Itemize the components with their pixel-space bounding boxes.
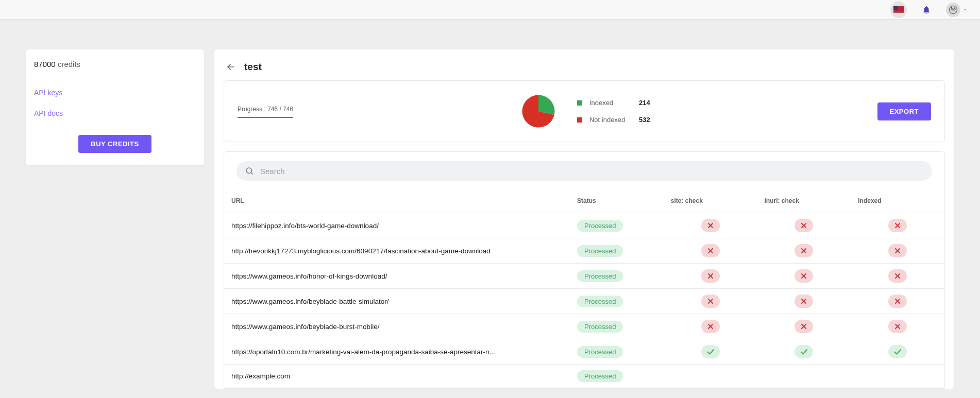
legend-swatch [577, 100, 582, 106]
table-row: https://www.gameos.info/honor-of-kings-d… [224, 264, 944, 289]
col-header-inurl-check[interactable]: inurl: check [757, 186, 851, 213]
credits-label: credits [58, 60, 80, 68]
cell-site-check [664, 213, 757, 238]
legend-row: Not indexed532 [577, 116, 650, 124]
cell-indexed [851, 365, 944, 388]
cell-inurl-check [757, 264, 851, 289]
x-icon [888, 269, 907, 283]
chart-legend: Indexed214Not indexed532 [577, 99, 650, 124]
cell-indexed [851, 289, 944, 314]
status-pill: Processed [577, 270, 623, 282]
main-card: test Progress : 746 / 746 Indexed214Not … [214, 49, 954, 389]
cell-inurl-check [757, 365, 851, 388]
page-title: test [244, 61, 262, 73]
legend-value: 214 [639, 99, 650, 107]
search-input[interactable] [259, 166, 924, 176]
sidebar-link-api-docs[interactable]: API docs [26, 103, 204, 124]
check-icon [888, 345, 907, 358]
svg-point-4 [246, 168, 252, 174]
pie-chart [520, 93, 556, 129]
cell-status: Processed [570, 213, 664, 238]
cell-status: Processed [570, 238, 664, 264]
cell-inurl-check [757, 213, 851, 238]
cell-url: http://example.com [224, 365, 570, 388]
cell-indexed [851, 264, 944, 289]
status-pill: Processed [577, 370, 623, 382]
x-icon [795, 269, 813, 283]
svg-point-1 [951, 8, 953, 10]
svg-line-5 [251, 172, 252, 174]
cell-site-check [664, 264, 757, 289]
cell-url: http://trevorikkj17273.mybloglicious.com… [224, 238, 570, 264]
cell-inurl-check [757, 238, 851, 264]
x-icon [795, 320, 813, 333]
sidebar-card: 87000 credits API keys API docs BUY CRED… [26, 49, 204, 165]
table-row: http://trevorikkj17273.mybloglicious.com… [224, 238, 944, 264]
table-row: https://www.gameos.info/beyblade-burst-m… [224, 314, 944, 339]
cell-url: https://filehippoz.info/bts-world-game-d… [224, 213, 570, 238]
x-icon [701, 219, 720, 232]
user-avatar [946, 3, 960, 17]
credits-value: 87000 [34, 60, 56, 68]
cell-indexed [851, 339, 944, 365]
us-flag-icon [893, 6, 904, 13]
topbar [0, 0, 980, 20]
x-icon [888, 244, 907, 257]
svg-point-2 [954, 8, 955, 10]
legend-label: Indexed [589, 99, 632, 107]
cell-site-check [664, 238, 757, 264]
cell-site-check [664, 289, 757, 314]
sidebar-link-api-keys[interactable]: API keys [26, 82, 204, 103]
cell-status: Processed [570, 264, 664, 289]
x-icon [888, 295, 907, 308]
status-pill: Processed [577, 296, 623, 307]
table-row: http://example.comProcessed [224, 365, 944, 388]
check-icon [795, 345, 813, 358]
table-row: https://filehippoz.info/bts-world-game-d… [224, 213, 944, 238]
col-header-site-check[interactable]: site: check [664, 186, 757, 213]
x-icon [888, 219, 907, 232]
legend-label: Not indexed [589, 116, 632, 124]
x-icon [701, 244, 720, 257]
table-row: https://oportaln10.com.br/marketing-vai-… [224, 339, 944, 365]
cell-url: https://www.gameos.info/honor-of-kings-d… [224, 264, 570, 289]
x-icon [701, 269, 720, 283]
sidebar-links: API keys API docs [26, 79, 204, 133]
cell-url: https://www.gameos.info/beyblade-burst-m… [224, 314, 570, 339]
credits-row: 87000 credits [26, 49, 204, 79]
cell-indexed [851, 213, 944, 238]
legend-swatch [577, 117, 582, 123]
export-button[interactable]: EXPORT [877, 102, 931, 120]
notifications-button[interactable] [918, 2, 935, 18]
locale-flag-button[interactable] [890, 2, 907, 18]
cell-url: https://www.gameos.info/beyblade-battle-… [224, 289, 570, 314]
status-pill: Processed [577, 220, 623, 232]
bell-icon [922, 5, 931, 14]
cell-indexed [851, 238, 944, 264]
table-row: https://www.gameos.info/beyblade-battle-… [224, 289, 944, 314]
col-header-url[interactable]: URL [224, 186, 570, 213]
status-pill: Processed [577, 245, 623, 257]
cell-site-check [664, 339, 757, 365]
arrow-left-icon [226, 62, 236, 72]
status-pill: Processed [577, 346, 623, 358]
caret-down-icon [962, 7, 968, 12]
search-icon [245, 166, 254, 176]
legend-row: Indexed214 [577, 99, 650, 107]
x-icon [701, 295, 720, 308]
status-pill: Processed [577, 321, 623, 333]
buy-credits-button[interactable]: BUY CREDITS [78, 135, 151, 153]
x-icon [795, 295, 813, 308]
x-icon [888, 320, 907, 333]
check-icon [701, 345, 720, 358]
col-header-indexed[interactable]: Indexed [851, 186, 944, 213]
progress-text: Progress : 746 / 746 [238, 106, 293, 118]
svg-point-0 [950, 6, 957, 13]
col-header-status[interactable]: Status [570, 186, 664, 213]
cell-indexed [851, 314, 944, 339]
search-box[interactable] [236, 161, 932, 181]
back-button[interactable] [225, 61, 237, 73]
x-icon [701, 320, 720, 333]
cell-status: Processed [570, 314, 664, 339]
user-menu[interactable] [946, 3, 968, 17]
